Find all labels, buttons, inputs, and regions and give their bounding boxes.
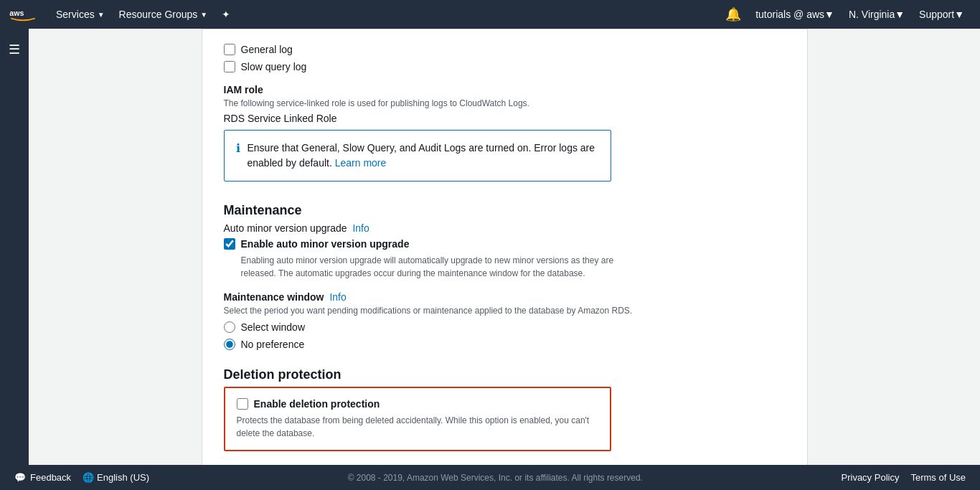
iam-section: IAM role The following service-linked ro…	[224, 84, 786, 182]
support-chevron-icon: ▼	[954, 9, 964, 20]
top-navigation: aws Services ▼ Resource Groups ▼ ✦ 🔔 tut…	[0, 0, 980, 29]
star-icon: ✦	[222, 9, 230, 20]
maintenance-section: Maintenance Auto minor version upgrade I…	[224, 203, 786, 350]
resource-groups-label: Resource Groups	[119, 9, 198, 20]
resource-groups-chevron-icon: ▼	[200, 11, 207, 19]
feedback-label: Feedback	[30, 472, 71, 483]
footer-left: 💬 Feedback 🌐 English (US)	[14, 472, 149, 483]
services-chevron-icon: ▼	[98, 11, 105, 19]
maintenance-title: Maintenance	[224, 203, 786, 218]
slow-query-log-checkbox[interactable]	[224, 61, 235, 72]
no-preference-label[interactable]: No preference	[241, 339, 305, 350]
aws-logo[interactable]: aws	[9, 6, 37, 23]
enable-auto-minor-label[interactable]: Enable auto minor version upgrade	[241, 238, 410, 250]
iam-info-content: Ensure that General, Slow Query, and Aud…	[248, 142, 595, 169]
language-selector[interactable]: 🌐 English (US)	[83, 472, 149, 483]
region-chevron-icon: ▼	[895, 9, 905, 20]
info-circle-icon: ℹ	[236, 141, 240, 155]
auto-minor-label: Auto minor version upgrade	[224, 222, 347, 234]
learn-more-link[interactable]: Learn more	[335, 157, 387, 169]
footer-copyright: © 2008 - 2019, Amazon Web Services, Inc.…	[149, 473, 841, 483]
support-label: Support	[919, 9, 954, 20]
svg-text:aws: aws	[9, 9, 24, 17]
general-log-label[interactable]: General log	[241, 44, 293, 55]
feedback-button[interactable]: 💬 Feedback	[14, 472, 71, 483]
bookmarks-nav[interactable]: ✦	[215, 0, 237, 29]
language-label: English (US)	[97, 472, 149, 483]
enable-deletion-label[interactable]: Enable deletion protection	[254, 398, 380, 410]
content-panel: General log Slow query log IAM role The …	[202, 29, 808, 490]
deletion-protection-title: Deletion protection	[224, 367, 786, 382]
maintenance-window-title: Maintenance window	[224, 291, 324, 303]
general-log-checkbox[interactable]	[224, 44, 235, 55]
enable-auto-minor-desc: Enabling auto minor version upgrade will…	[241, 254, 614, 280]
globe-icon: 🌐	[83, 472, 94, 483]
no-preference-radio[interactable]	[224, 339, 235, 350]
auto-minor-info-link[interactable]: Info	[352, 222, 369, 234]
no-preference-radio-row: No preference	[224, 339, 786, 350]
notifications-icon[interactable]: 🔔	[718, 6, 748, 22]
enable-deletion-checkbox-row: Enable deletion protection	[237, 398, 598, 410]
select-window-radio[interactable]	[224, 321, 235, 333]
auto-minor-row: Auto minor version upgrade Info	[224, 222, 786, 234]
enable-deletion-checkbox[interactable]	[237, 398, 248, 410]
deletion-protection-section: Deletion protection Enable deletion prot…	[224, 367, 786, 451]
resource-groups-nav[interactable]: Resource Groups ▼	[112, 0, 215, 29]
slow-query-log-option: Slow query log	[224, 61, 786, 72]
support-menu[interactable]: Support ▼	[912, 9, 971, 20]
main-content: General log Slow query log IAM role The …	[29, 29, 980, 490]
footer-right: Privacy Policy Terms of Use	[842, 472, 966, 483]
services-nav[interactable]: Services ▼	[49, 0, 112, 29]
slow-query-log-label[interactable]: Slow query log	[241, 61, 307, 72]
maintenance-window-desc: Select the period you want pending modif…	[224, 306, 786, 316]
enable-auto-minor-checkbox[interactable]	[224, 238, 235, 250]
enable-auto-minor-checkbox-row: Enable auto minor version upgrade	[224, 238, 786, 250]
footer: 💬 Feedback 🌐 English (US) © 2008 - 2019,…	[0, 465, 980, 490]
user-chevron-icon: ▼	[824, 9, 834, 20]
hamburger-menu-button[interactable]: ☰	[3, 36, 26, 63]
select-window-radio-row: Select window	[224, 321, 786, 333]
privacy-policy-link[interactable]: Privacy Policy	[842, 472, 900, 483]
iam-info-text: Ensure that General, Slow Query, and Aud…	[248, 141, 599, 171]
region-label: N. Virginia	[849, 9, 895, 20]
general-log-option: General log	[224, 44, 786, 55]
maintenance-window-info-link[interactable]: Info	[329, 291, 346, 303]
sidebar: ☰	[0, 29, 29, 490]
feedback-icon: 💬	[14, 472, 26, 483]
maintenance-window-section: Maintenance window Info Select the perio…	[224, 291, 786, 350]
deletion-desc: Protects the database from being deleted…	[237, 414, 595, 440]
iam-info-box: ℹ Ensure that General, Slow Query, and A…	[224, 130, 611, 182]
deletion-protection-box: Enable deletion protection Protects the …	[224, 387, 611, 451]
region-menu[interactable]: N. Virginia ▼	[842, 9, 912, 20]
services-label: Services	[56, 9, 95, 20]
iam-title: IAM role	[224, 84, 786, 95]
select-window-label[interactable]: Select window	[241, 321, 306, 333]
nav-right-section: 🔔 tutorials @ aws ▼ N. Virginia ▼ Suppor…	[718, 6, 971, 22]
user-label: tutorials @ aws	[755, 9, 824, 20]
user-menu[interactable]: tutorials @ aws ▼	[748, 9, 842, 20]
iam-description: The following service-linked role is use…	[224, 98, 786, 108]
iam-role-label: RDS Service Linked Role	[224, 113, 786, 124]
terms-of-use-link[interactable]: Terms of Use	[910, 472, 966, 483]
